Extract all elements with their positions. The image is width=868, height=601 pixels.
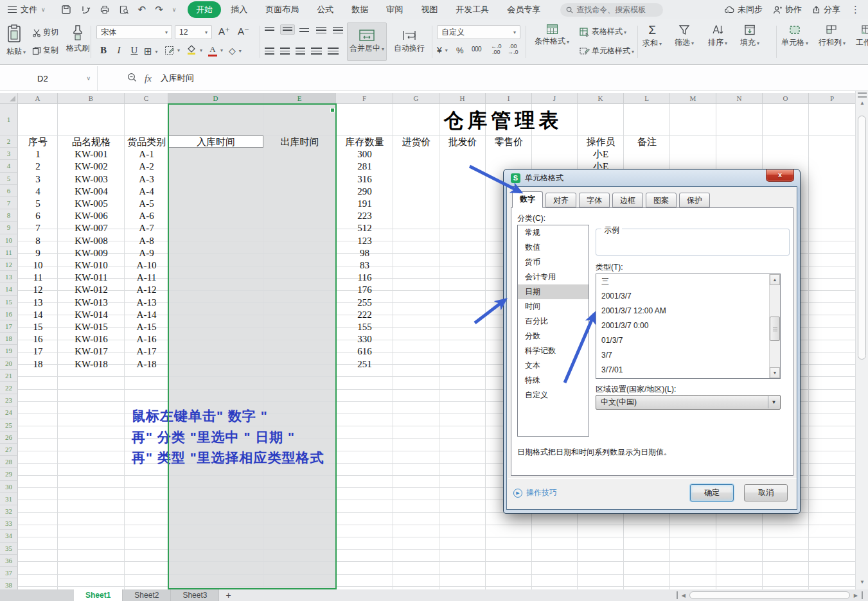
cell-B3[interactable]: KW-001 [58, 148, 125, 160]
cut-button[interactable]: 剪切 [32, 27, 58, 38]
row-header-33[interactable]: 33 [0, 518, 18, 530]
cells-button[interactable]: ​单元格▾ [781, 24, 808, 48]
column-header-N[interactable]: N [716, 93, 763, 104]
cell-C12[interactable]: A-10 [125, 259, 168, 271]
copy-button[interactable]: 复制 [32, 45, 58, 56]
cell-C5[interactable]: A-3 [125, 173, 168, 185]
distribute-button[interactable] [328, 48, 339, 55]
cell-header-H2[interactable]: 批发价 [439, 136, 486, 148]
print-preview-button[interactable] [119, 4, 129, 15]
add-sheet-button[interactable]: + [219, 589, 237, 601]
clear-format-button[interactable]: ◇▾ [229, 46, 242, 56]
cell-A9[interactable]: 7 [18, 222, 58, 234]
type-list-scrollbar[interactable]: ▲ ▼ [769, 274, 780, 378]
menu-tab-页面布局[interactable]: 页面布局 [257, 1, 307, 18]
row-header-30[interactable]: 30 [0, 481, 18, 493]
row-header-25[interactable]: 25 [0, 419, 18, 431]
paste-button[interactable]: ​粘贴▾ [6, 24, 26, 57]
menu-tab-视图[interactable]: 视图 [412, 1, 446, 18]
type-option-2[interactable]: 2001/3/7 [596, 289, 780, 304]
row-header-14[interactable]: 14 [0, 283, 18, 295]
row-header-28[interactable]: 28 [0, 456, 18, 468]
dialog-tab-对齐[interactable]: 对齐 [545, 193, 576, 207]
share-button[interactable]: 分享 [812, 4, 840, 15]
select-all-corner[interactable] [0, 93, 18, 104]
cell-F20[interactable]: 251 [336, 358, 393, 370]
cell-B10[interactable]: KW-008 [58, 235, 125, 247]
dialog-tab-字体[interactable]: 字体 [579, 193, 610, 207]
type-option-1[interactable]: 三 [596, 274, 780, 289]
cell-C8[interactable]: A-6 [125, 210, 168, 222]
align-middle-button[interactable] [280, 24, 295, 35]
horizontal-scroll-thumb[interactable] [689, 591, 850, 599]
row-header-9[interactable]: 9 [0, 222, 18, 234]
column-header-J[interactable]: J [532, 93, 578, 104]
column-header-C[interactable]: C [125, 93, 168, 104]
cell-F19[interactable]: 616 [336, 345, 393, 357]
scroll-right-icon[interactable]: ▶ [854, 593, 858, 598]
font-size-select[interactable]: 12▾ [175, 25, 212, 39]
tips-link[interactable]: ▶ 操作技巧 [513, 487, 557, 498]
menu-tab-开始[interactable]: 开始 [188, 1, 221, 18]
cell-A19[interactable]: 17 [18, 345, 58, 357]
sheet-tab-Sheet1[interactable]: Sheet1 [74, 589, 123, 601]
horizontal-scrollbar[interactable]: ◀ ▶ [677, 589, 868, 601]
cell-B14[interactable]: KW-012 [58, 284, 125, 295]
row-header-20[interactable]: 20 [0, 358, 18, 370]
cell-F15[interactable]: 255 [336, 297, 393, 308]
qat-more-icon[interactable]: ∨ [172, 6, 177, 13]
category-货币[interactable]: 货币 [518, 255, 589, 270]
vertical-scroll-thumb[interactable] [858, 116, 866, 360]
cell-header-L2[interactable]: 备注 [624, 136, 670, 148]
cell-F18[interactable]: 330 [336, 333, 393, 345]
row-header-35[interactable]: 35 [0, 543, 18, 555]
cell-header-C2[interactable]: 货品类别 [125, 136, 168, 148]
column-header-E[interactable]: E [263, 93, 336, 104]
cell-A11[interactable]: 9 [18, 247, 58, 259]
align-right-button[interactable] [296, 48, 305, 55]
dialog-tab-边框[interactable]: 边框 [612, 193, 643, 207]
underline-button[interactable]: U [127, 45, 141, 56]
cell-style-button[interactable]: ​单元格样式▾ [580, 46, 634, 57]
cell-B11[interactable]: KW-009 [58, 247, 125, 259]
category-日期[interactable]: 日期 [518, 284, 589, 299]
column-header-O[interactable]: O [763, 93, 809, 104]
row-header-19[interactable]: 19 [0, 345, 18, 357]
vertical-scrollbar[interactable]: ▲ ▼ [855, 91, 868, 589]
cell-B6[interactable]: KW-004 [58, 186, 125, 197]
locale-combobox[interactable]: 中文(中国) ▼ [596, 395, 781, 410]
rows-cols-button[interactable]: ​行和列▾ [819, 24, 846, 48]
type-option-7[interactable]: 3/7/01 [596, 363, 780, 378]
decrease-indent-button[interactable] [316, 27, 326, 34]
cell-F6[interactable]: 290 [336, 186, 393, 197]
cell-C3[interactable]: A-1 [125, 148, 168, 160]
cell-B7[interactable]: KW-005 [58, 198, 125, 209]
cell-B12[interactable]: KW-010 [58, 259, 125, 271]
category-自定义[interactable]: 自定义 [518, 388, 589, 403]
cell-B8[interactable]: KW-006 [58, 210, 125, 222]
collaborate-button[interactable]: 协作 [773, 4, 802, 15]
cell-B9[interactable]: KW-007 [58, 222, 125, 234]
cell-C10[interactable]: A-8 [125, 235, 168, 247]
menu-tab-插入[interactable]: 插入 [222, 1, 256, 18]
row-header-36[interactable]: 36 [0, 555, 18, 567]
dialog-tab-数字[interactable]: 数字 [512, 191, 543, 208]
column-header-M[interactable]: M [670, 93, 716, 104]
filter-button[interactable]: ​筛选▾ [675, 24, 694, 48]
cell-F11[interactable]: 98 [336, 247, 393, 259]
cell-A4[interactable]: 2 [18, 161, 58, 172]
column-header-H[interactable]: H [439, 93, 486, 104]
cell-F8[interactable]: 223 [336, 210, 393, 222]
name-box[interactable]: D2 ∨ [0, 66, 98, 91]
cell-B17[interactable]: KW-015 [58, 321, 125, 333]
row-header-16[interactable]: 16 [0, 308, 18, 320]
bold-button[interactable]: B [96, 45, 111, 56]
dialog-close-button[interactable]: x [766, 170, 794, 182]
category-科学记数[interactable]: 科学记数 [518, 344, 589, 358]
row-header-27[interactable]: 27 [0, 444, 18, 456]
cell-A6[interactable]: 4 [18, 186, 58, 197]
cell-B13[interactable]: KW-011 [58, 272, 125, 283]
row-header-24[interactable]: 24 [0, 406, 18, 419]
cell-C6[interactable]: A-4 [125, 186, 168, 197]
type-scroll-thumb[interactable] [770, 317, 780, 341]
